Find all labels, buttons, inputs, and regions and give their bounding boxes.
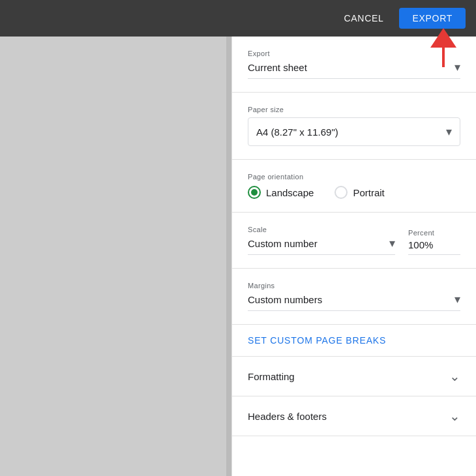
percent-label: Percent xyxy=(408,229,460,237)
orientation-section: Page orientation Landscape Portrait xyxy=(232,160,476,213)
formatting-section[interactable]: Formatting ⌄ xyxy=(232,357,476,396)
scale-row: Scale Custom number ▾ Percent 100% xyxy=(248,226,460,255)
portrait-label: Portrait xyxy=(353,187,384,198)
paper-size-section: Paper size A4 (8.27" x 11.69") ▾ xyxy=(232,93,476,160)
percent-value: 100% xyxy=(408,239,460,255)
landscape-option[interactable]: Landscape xyxy=(248,186,314,199)
formatting-label: Formatting xyxy=(248,371,295,382)
margins-label: Margins xyxy=(248,282,460,290)
headers-footers-label: Headers & footers xyxy=(248,411,327,422)
paper-size-value: A4 (8.27" x 11.69") xyxy=(256,126,338,138)
orientation-row: Landscape Portrait xyxy=(248,186,460,199)
main-content: Export Current sheet ▾ Paper size A4 (8.… xyxy=(0,37,476,476)
landscape-radio[interactable] xyxy=(248,186,261,199)
margins-arrow: ▾ xyxy=(454,292,460,306)
scale-section: Scale Custom number ▾ Percent 100% xyxy=(232,213,476,269)
scale-arrow: ▾ xyxy=(389,236,395,250)
formatting-chevron: ⌄ xyxy=(449,368,460,384)
top-bar: CANCEL EXPORT xyxy=(0,0,476,37)
scale-value: Custom number xyxy=(248,238,318,249)
margins-dropdown[interactable]: Custom numbers ▾ xyxy=(248,292,460,311)
paper-size-label: Paper size xyxy=(248,106,460,113)
preview-area xyxy=(0,37,231,476)
paper-size-arrow: ▾ xyxy=(446,125,452,139)
margins-section: Margins Custom numbers ▾ xyxy=(232,269,476,325)
right-panel: Export Current sheet ▾ Paper size A4 (8.… xyxy=(231,37,476,476)
scale-left: Scale Custom number ▾ xyxy=(248,226,395,255)
landscape-radio-inner xyxy=(251,189,258,196)
cancel-button[interactable]: CANCEL xyxy=(336,8,391,29)
portrait-option[interactable]: Portrait xyxy=(335,186,384,199)
scale-right: Percent 100% xyxy=(408,229,460,255)
landscape-label: Landscape xyxy=(266,187,314,198)
paper-size-dropdown[interactable]: A4 (8.27" x 11.69") ▾ xyxy=(248,117,460,146)
export-value: Current sheet xyxy=(248,62,307,73)
preview-scrollbar[interactable] xyxy=(226,37,231,476)
arrow-indicator xyxy=(404,25,456,70)
page-breaks-link[interactable]: SET CUSTOM PAGE BREAKS xyxy=(232,325,476,357)
svg-marker-0 xyxy=(430,28,456,67)
margins-value: Custom numbers xyxy=(248,294,322,305)
scale-dropdown[interactable]: Custom number ▾ xyxy=(248,236,395,255)
orientation-label: Page orientation xyxy=(248,173,460,181)
headers-footers-chevron: ⌄ xyxy=(449,408,460,424)
scale-label: Scale xyxy=(248,226,395,233)
headers-footers-section[interactable]: Headers & footers ⌄ xyxy=(232,396,476,436)
portrait-radio[interactable] xyxy=(335,186,348,199)
